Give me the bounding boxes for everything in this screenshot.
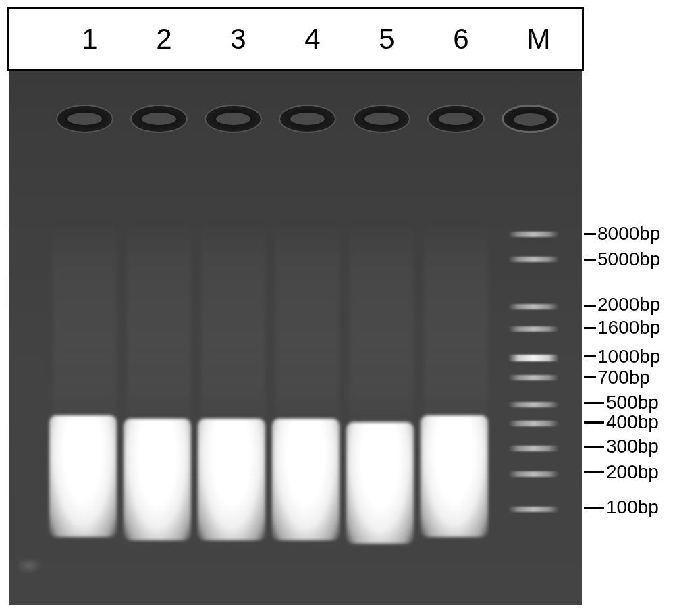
tick-100 (584, 507, 604, 509)
smear-5 (350, 220, 414, 422)
bp-label-300: 300bp (606, 436, 659, 457)
sample-band-4 (272, 419, 340, 540)
bp-label-200: 200bp (606, 461, 659, 483)
glow-spot (16, 557, 43, 574)
gel-image (9, 71, 582, 605)
ladder-band-500 (508, 402, 559, 407)
bp-label-5000: 5000bp (597, 249, 660, 270)
sample-band-2 (124, 419, 191, 540)
well-6 (427, 105, 485, 133)
sample-band-3 (198, 419, 265, 540)
well-4 (279, 105, 336, 133)
bp-label-1000: 1000bp (597, 346, 660, 367)
ladder-band-700 (508, 375, 559, 380)
bp-label-1600: 1600bp (597, 317, 660, 338)
bp-label-2000: 2000bp (597, 294, 660, 315)
tick-5000 (584, 259, 596, 261)
smear-6 (424, 220, 488, 422)
ladder-band-400 (508, 421, 559, 426)
tick-1000 (584, 355, 596, 357)
well-1 (56, 105, 113, 133)
ladder-band-1600 (508, 326, 559, 332)
tick-200 (584, 471, 604, 473)
tick-300 (584, 446, 604, 448)
lane-label-4: 4 (292, 23, 333, 55)
lane-label-2: 2 (144, 23, 184, 55)
well-marker (502, 105, 559, 133)
ladder-band-300 (508, 446, 559, 451)
smear-4 (275, 220, 340, 422)
smear-3 (201, 220, 265, 422)
ladder-band-1000 (508, 355, 559, 361)
bp-label-400: 400bp (606, 411, 659, 433)
well-2 (130, 105, 188, 133)
tick-500 (584, 402, 604, 404)
lane-header-bar: 1 2 3 4 5 6 M (7, 7, 584, 71)
bp-label-100: 100bp (606, 496, 659, 518)
lane-label-6: 6 (441, 23, 481, 55)
tick-700 (584, 376, 596, 378)
bp-label-500: 500bp (606, 392, 659, 413)
ladder-band-2000 (508, 304, 559, 309)
sample-band-6 (421, 415, 488, 537)
ladder-band-200 (508, 471, 559, 477)
smear-2 (127, 220, 191, 422)
ladder-band-5000 (508, 257, 559, 262)
lane-label-5: 5 (367, 23, 407, 55)
lane-label-3: 3 (218, 23, 259, 55)
lane-label-marker: M (518, 23, 559, 55)
tick-8000 (584, 233, 596, 235)
ladder-band-100 (508, 507, 559, 512)
lane-label-1: 1 (70, 23, 110, 55)
bp-label-700: 700bp (597, 367, 650, 388)
smear-1 (53, 220, 117, 422)
tick-1600 (584, 327, 596, 329)
well-3 (205, 105, 262, 133)
sample-band-5 (346, 422, 414, 544)
bp-label-8000: 8000bp (597, 223, 660, 245)
sample-band-1 (49, 415, 117, 537)
tick-2000 (584, 305, 596, 307)
gel-figure: 1 2 3 4 5 6 M (7, 7, 668, 611)
ladder-band-8000 (508, 232, 559, 237)
well-5 (353, 105, 410, 133)
tick-400 (584, 421, 604, 424)
